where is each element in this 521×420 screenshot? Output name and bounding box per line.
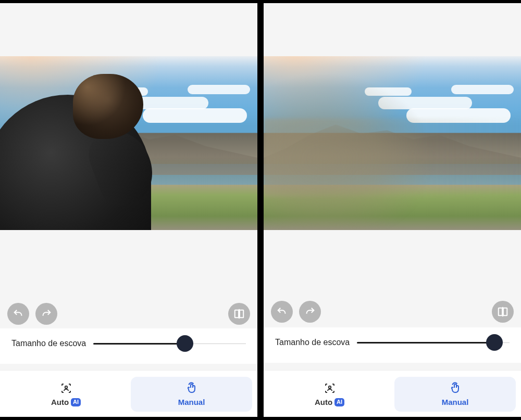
- compare-icon: [233, 308, 245, 320]
- redo-icon: [304, 306, 316, 317]
- compare-button[interactable]: [228, 303, 250, 325]
- tab-auto-label: Auto: [51, 398, 69, 406]
- tab-manual[interactable]: Manual: [394, 377, 516, 412]
- redo-button[interactable]: [299, 301, 321, 323]
- brush-size-slider[interactable]: [357, 342, 510, 343]
- slider-thumb[interactable]: [177, 335, 193, 352]
- brush-size-label: Tamanho de escova: [275, 338, 350, 347]
- mode-tab-bar: Auto AI Manual: [0, 370, 257, 420]
- panel-before: Tamanho de escova: [0, 0, 257, 420]
- redo-icon: [41, 308, 52, 320]
- tab-auto[interactable]: Auto AI: [5, 377, 127, 412]
- cloud-decoration: [188, 85, 250, 94]
- svg-rect-1: [240, 310, 243, 318]
- image-canvas-after[interactable]: [264, 56, 521, 230]
- undo-button[interactable]: [271, 301, 293, 323]
- tab-manual-label: Manual: [442, 398, 469, 406]
- mode-tab-bar: Auto AI Manual: [264, 370, 521, 420]
- undo-button[interactable]: [7, 303, 29, 325]
- brush-size-label: Tamanho de escova: [11, 339, 86, 348]
- slider-fill: [357, 342, 494, 343]
- tab-auto-label-row: Auto AI: [315, 398, 344, 406]
- brush-size-slider[interactable]: [93, 343, 246, 345]
- editor-controls-after: Tamanho de escova: [264, 230, 521, 420]
- redo-button[interactable]: [35, 303, 57, 325]
- scan-person-icon: [60, 382, 72, 394]
- slider-fill: [93, 343, 185, 345]
- inpaint-smear: [264, 74, 436, 230]
- scan-person-icon: [324, 382, 336, 394]
- undo-icon: [276, 306, 288, 317]
- comparison-container: Tamanho de escova: [0, 0, 521, 420]
- tab-manual-label: Manual: [178, 398, 205, 406]
- history-toolbar: [0, 303, 257, 325]
- touch-icon: [185, 382, 198, 394]
- slider-rest: [185, 343, 246, 344]
- brush-size-slider-area: Tamanho de escova: [0, 328, 257, 364]
- cloud-decoration: [451, 85, 514, 94]
- person-subject: [0, 69, 156, 230]
- history-toolbar: [264, 301, 521, 323]
- top-bar: [264, 0, 521, 56]
- svg-rect-5: [503, 308, 507, 316]
- compare-icon: [497, 306, 508, 317]
- svg-point-7: [328, 386, 330, 388]
- touch-icon: [449, 382, 462, 394]
- panel-after: Tamanho de escova: [264, 0, 521, 420]
- svg-rect-4: [499, 308, 502, 316]
- ai-badge: AI: [334, 398, 344, 406]
- tab-auto-label: Auto: [315, 398, 332, 406]
- slider-thumb[interactable]: [486, 334, 503, 351]
- undo-icon: [13, 308, 24, 320]
- image-canvas-before[interactable]: [0, 56, 257, 230]
- cloud-decoration: [143, 108, 247, 123]
- editor-controls-before: Tamanho de escova: [0, 230, 257, 420]
- compare-button[interactable]: [492, 301, 514, 323]
- ai-badge: AI: [71, 398, 81, 406]
- svg-point-3: [65, 386, 67, 388]
- svg-rect-0: [235, 310, 239, 318]
- top-bar: [0, 0, 257, 56]
- tab-manual[interactable]: Manual: [131, 377, 252, 412]
- tab-auto[interactable]: Auto AI: [269, 377, 390, 412]
- brush-size-slider-area: Tamanho de escova: [264, 327, 521, 363]
- tab-auto-label-row: Auto AI: [51, 398, 81, 406]
